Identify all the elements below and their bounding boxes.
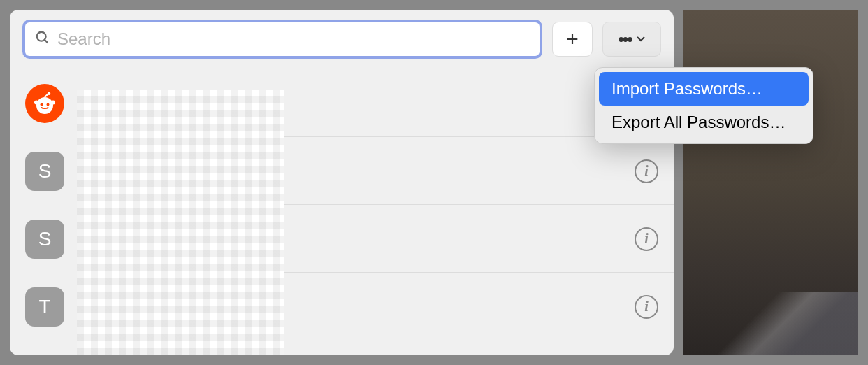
list-item[interactable]: S i (10, 137, 674, 205)
info-button[interactable]: i (635, 159, 658, 183)
ellipsis-icon: ••• (618, 31, 631, 48)
more-options-button[interactable]: ••• (602, 22, 661, 57)
avatar: S (25, 152, 64, 191)
svg-point-3 (41, 103, 43, 106)
search-input[interactable] (57, 22, 530, 56)
desktop-background (683, 10, 858, 355)
svg-point-8 (48, 92, 51, 95)
list-item[interactable]: T i (10, 273, 674, 341)
svg-point-6 (51, 100, 55, 104)
svg-line-1 (45, 40, 48, 43)
passwords-panel: + ••• (10, 10, 674, 355)
info-icon: i (644, 231, 649, 247)
plus-icon: + (566, 27, 579, 51)
info-icon: i (644, 163, 649, 179)
avatar: T (25, 287, 64, 327)
entry-text-redacted (78, 69, 288, 137)
info-icon: i (644, 299, 649, 315)
search-icon (35, 30, 50, 48)
avatar-letter: T (38, 296, 50, 318)
svg-line-7 (45, 94, 48, 97)
avatar-letter: S (38, 160, 52, 182)
toolbar: + ••• (10, 10, 674, 69)
avatar-reddit (25, 84, 64, 123)
avatar: S (25, 220, 64, 259)
info-button[interactable]: i (635, 295, 658, 319)
entry-text-redacted (78, 137, 288, 205)
list-item-reddit[interactable] (10, 69, 674, 137)
svg-point-2 (36, 97, 53, 114)
search-field-wrapper[interactable] (22, 20, 542, 59)
menu-item-export-passwords[interactable]: Export All Passwords… (599, 106, 809, 139)
password-list: S i S i T i (10, 69, 674, 341)
list-item[interactable]: S i (10, 205, 674, 273)
add-button[interactable]: + (552, 22, 593, 57)
svg-point-4 (47, 103, 50, 106)
chevron-down-icon (636, 33, 646, 45)
avatar-letter: S (38, 228, 52, 250)
svg-point-0 (37, 32, 46, 41)
svg-point-5 (34, 100, 38, 104)
info-button[interactable]: i (635, 227, 658, 251)
more-options-menu: Import Passwords… Export All Passwords… (594, 67, 813, 144)
menu-item-import-passwords[interactable]: Import Passwords… (599, 72, 809, 106)
entry-text-redacted (78, 205, 288, 273)
entry-text-redacted (78, 273, 288, 341)
